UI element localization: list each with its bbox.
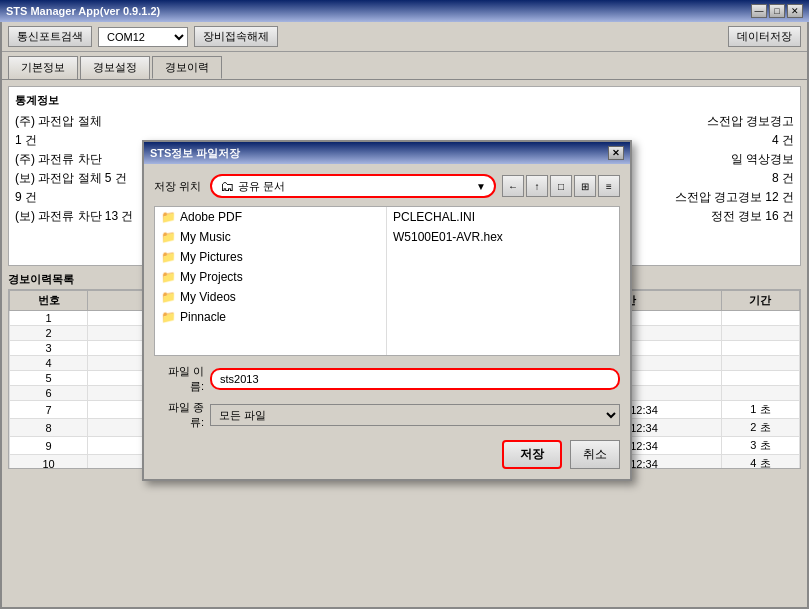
nav-folder-button[interactable]: □	[550, 175, 572, 197]
file-list-area: 📁 Adobe PDF 📁 My Music 📁 My Pictures	[154, 206, 620, 356]
folder-icon: 📁	[161, 210, 176, 224]
nav-buttons: ← ↑ □ ⊞ ≡	[502, 175, 620, 197]
folder-list: 📁 Adobe PDF 📁 My Music 📁 My Pictures	[155, 207, 387, 355]
filetype-row: 파일 종류: 모든 파일	[154, 400, 620, 430]
folder-name: My Music	[180, 230, 231, 244]
modal-close-button[interactable]: ✕	[608, 146, 624, 160]
folder-name: Adobe PDF	[180, 210, 242, 224]
com-port-select[interactable]: COM12	[98, 27, 188, 47]
folder-icon: 📁	[161, 290, 176, 304]
nav-grid-button[interactable]: ⊞	[574, 175, 596, 197]
folder-icon: 📁	[161, 250, 176, 264]
folder-my-projects[interactable]: 📁 My Projects	[155, 267, 386, 287]
file-w5100[interactable]: W5100E01-AVR.hex	[387, 227, 619, 247]
main-window: 통신포트검색 COM12 장비접속해제 데이터저장 기본정보 경보설정 경보이력…	[0, 22, 809, 609]
toolbar: 통신포트검색 COM12 장비접속해제 데이터저장	[2, 22, 807, 52]
folder-icon: 📁	[161, 230, 176, 244]
nav-back-button[interactable]: ←	[502, 175, 524, 197]
filetype-label: 파일 종류:	[154, 400, 204, 430]
modal-cancel-button[interactable]: 취소	[570, 440, 620, 469]
file-save-dialog: STS정보 파일저장 ✕ 저장 위치 🗂 공유 문서 ▼ ←	[142, 140, 632, 481]
modal-title-bar: STS정보 파일저장 ✕	[144, 142, 630, 164]
window-controls: — □ ✕	[751, 4, 803, 18]
minimize-button[interactable]: —	[751, 4, 767, 18]
modal-save-button[interactable]: 저장	[502, 440, 562, 469]
nav-up-button[interactable]: ↑	[526, 175, 548, 197]
folder-name: My Pictures	[180, 250, 243, 264]
folder-my-pictures[interactable]: 📁 My Pictures	[155, 247, 386, 267]
window-title: STS Manager App(ver 0.9.1.2)	[6, 5, 160, 17]
disconnect-button[interactable]: 장비접속해제	[194, 26, 278, 47]
folder-icon: 📁	[161, 310, 176, 324]
close-button[interactable]: ✕	[787, 4, 803, 18]
filename-label: 파일 이름:	[154, 364, 204, 394]
folder-my-music[interactable]: 📁 My Music	[155, 227, 386, 247]
title-bar: STS Manager App(ver 0.9.1.2) — □ ✕	[0, 0, 809, 22]
folder-adobe-pdf[interactable]: 📁 Adobe PDF	[155, 207, 386, 227]
save-location-label: 저장 위치	[154, 179, 204, 194]
modal-buttons: 저장 취소	[154, 440, 620, 469]
modal-title: STS정보 파일저장	[150, 146, 240, 161]
folder-name: My Videos	[180, 290, 236, 304]
folder-pinnacle[interactable]: 📁 Pinnacle	[155, 307, 386, 327]
port-search-button[interactable]: 통신포트검색	[8, 26, 92, 47]
modal-body: 저장 위치 🗂 공유 문서 ▼ ← ↑ □ ⊞ ≡	[144, 164, 630, 479]
content-area: 통계정보 (주) 과전압 절체 스전압 경보경고 1 건 4 건	[2, 79, 807, 607]
combo-arrow-icon: ▼	[476, 181, 486, 192]
save-location-combo[interactable]: 🗂 공유 문서 ▼	[210, 174, 496, 198]
file-list: PCLECHAL.INI W5100E01-AVR.hex	[387, 207, 619, 355]
shared-docs-icon: 🗂	[220, 178, 234, 194]
file-pclechal[interactable]: PCLECHAL.INI	[387, 207, 619, 227]
tab-bar: 기본정보 경보설정 경보이력	[2, 52, 807, 79]
save-location-value: 공유 문서	[238, 179, 472, 194]
maximize-button[interactable]: □	[769, 4, 785, 18]
filename-input[interactable]	[210, 368, 620, 390]
tab-basic-info[interactable]: 기본정보	[8, 56, 78, 79]
filename-row: 파일 이름:	[154, 364, 620, 394]
folder-name: My Projects	[180, 270, 243, 284]
folder-my-videos[interactable]: 📁 My Videos	[155, 287, 386, 307]
tab-alarm-history[interactable]: 경보이력	[152, 56, 222, 79]
folder-icon: 📁	[161, 270, 176, 284]
filetype-select[interactable]: 모든 파일	[210, 404, 620, 426]
tab-alarm-settings[interactable]: 경보설정	[80, 56, 150, 79]
file-name: W5100E01-AVR.hex	[393, 230, 503, 244]
nav-list-button[interactable]: ≡	[598, 175, 620, 197]
save-location-row: 저장 위치 🗂 공유 문서 ▼ ← ↑ □ ⊞ ≡	[154, 174, 620, 198]
file-name: PCLECHAL.INI	[393, 210, 475, 224]
folder-name: Pinnacle	[180, 310, 226, 324]
data-save-button[interactable]: 데이터저장	[728, 26, 801, 47]
modal-overlay: STS정보 파일저장 ✕ 저장 위치 🗂 공유 문서 ▼ ←	[2, 80, 807, 607]
